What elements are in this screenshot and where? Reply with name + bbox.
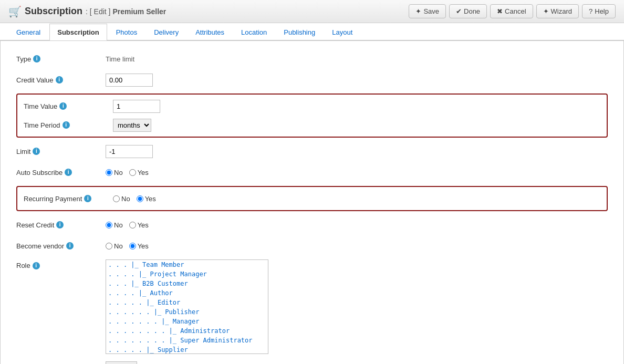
- auto-subscribe-yes-label[interactable]: Yes: [129, 169, 149, 176]
- role-label: Role i: [16, 262, 106, 269]
- time-period-control: days weeks months years: [113, 119, 151, 132]
- wizard-icon: ✦: [543, 7, 549, 15]
- list-item[interactable]: . . . |_ Team Member: [106, 260, 268, 269]
- save-button[interactable]: ✦ Save: [409, 4, 446, 18]
- time-value-row: Time Value i: [24, 99, 600, 113]
- time-period-row: Time Period i days weeks months years: [24, 118, 600, 132]
- tab-general[interactable]: General: [8, 24, 48, 40]
- limit-input[interactable]: [106, 145, 153, 158]
- list-item[interactable]: . . . . . . . |_ Manager: [106, 317, 268, 326]
- time-period-label: Time Period i: [24, 121, 113, 129]
- reset-credit-info-icon[interactable]: i: [56, 221, 64, 228]
- reset-credit-no-radio[interactable]: [106, 222, 112, 228]
- recurring-payment-row: Recurring Payment i No Yes: [24, 191, 600, 206]
- recurring-payment-control: No Yes: [113, 195, 156, 203]
- reset-credit-yes-label[interactable]: Yes: [129, 221, 149, 229]
- cancel-icon: ✖: [497, 7, 503, 15]
- credit-value-info-icon[interactable]: i: [56, 76, 63, 84]
- tab-publishing[interactable]: Publishing: [276, 24, 323, 40]
- reset-credit-label: Reset Credit i: [16, 221, 106, 229]
- become-vendor-info-icon[interactable]: i: [66, 242, 74, 249]
- auto-subscribe-control: No Yes: [106, 169, 149, 176]
- cart-icon: 🛒: [8, 5, 22, 18]
- reset-credit-yes-radio[interactable]: [129, 222, 136, 228]
- role-control: . . . |_ Team Member . . . . |_ Project …: [106, 259, 268, 354]
- help-icon: ?: [589, 7, 592, 15]
- option-select[interactable]: None: [106, 361, 137, 365]
- become-vendor-label: Become vendor i: [16, 242, 106, 250]
- reset-credit-row: Reset Credit i No Yes: [16, 217, 608, 232]
- header-buttons: ✦ Save ✔ Done ✖ Cancel ✦ Wizard ? Help: [409, 4, 616, 18]
- become-vendor-row: Become vendor i No Yes: [16, 238, 608, 253]
- list-item[interactable]: . . . . . . |_ Publisher: [106, 307, 268, 317]
- help-button[interactable]: ? Help: [582, 4, 616, 18]
- cancel-button[interactable]: ✖ Cancel: [490, 4, 533, 18]
- type-time-row: Type i Time limit: [16, 51, 608, 66]
- recurring-no-radio[interactable]: [113, 195, 120, 202]
- limit-control: [106, 145, 153, 158]
- become-vendor-no-label[interactable]: No: [106, 242, 123, 250]
- option-control: None: [106, 361, 137, 365]
- list-item[interactable]: . . . . . |_ Supplier: [106, 345, 268, 354]
- limit-row: Limit i: [16, 144, 608, 159]
- become-vendor-yes-label[interactable]: Yes: [129, 242, 149, 250]
- page-header: 🛒 Subscription : [ Edit ] Premium Seller…: [0, 0, 624, 23]
- recurring-yes-label[interactable]: Yes: [137, 195, 156, 203]
- list-item[interactable]: . . . . |_ Project Manager: [106, 269, 268, 279]
- done-icon: ✔: [456, 7, 462, 15]
- main-content: Type i Time limit Credit Value i Time Va…: [0, 40, 624, 364]
- time-value-label: Time Value i: [24, 102, 113, 110]
- credit-value-label: Credit Value i: [16, 76, 106, 84]
- reset-credit-no-label[interactable]: No: [106, 221, 123, 229]
- tab-photos[interactable]: Photos: [108, 24, 145, 40]
- recurring-payment-label: Recurring Payment i: [24, 195, 113, 203]
- role-listbox[interactable]: . . . |_ Team Member . . . . |_ Project …: [106, 259, 268, 354]
- list-item[interactable]: . . . . . . . . |_ Administrator: [106, 326, 268, 336]
- auto-subscribe-no-label[interactable]: No: [106, 169, 123, 176]
- tab-location[interactable]: Location: [233, 24, 275, 40]
- credit-value-control: [106, 74, 153, 87]
- tabs-bar: General Subscription Photos Delivery Att…: [0, 23, 624, 40]
- limit-info-icon[interactable]: i: [33, 148, 40, 155]
- type-label: Type i: [16, 55, 106, 63]
- edit-label: : [ Edit ] Premium Seller: [86, 7, 166, 16]
- time-limit-label: Time limit: [106, 55, 134, 63]
- auto-subscribe-label: Auto Subscribe i: [16, 169, 106, 176]
- auto-subscribe-yes-radio[interactable]: [129, 169, 136, 176]
- recurring-yes-radio[interactable]: [137, 195, 143, 202]
- become-vendor-no-radio[interactable]: [106, 243, 112, 249]
- page-title: 🛒 Subscription : [ Edit ] Premium Seller: [8, 5, 166, 18]
- recurring-no-label[interactable]: No: [113, 195, 130, 203]
- wizard-button[interactable]: ✦ Wizard: [536, 4, 579, 18]
- title-text: Subscription: [25, 6, 82, 17]
- tab-subscription[interactable]: Subscription: [49, 24, 107, 40]
- list-item[interactable]: . . . |_ B2B Customer: [106, 279, 268, 288]
- recurring-payment-info-icon[interactable]: i: [84, 195, 91, 202]
- list-item[interactable]: . . . . . . . . |_ Super Administrator: [106, 336, 268, 345]
- become-vendor-yes-radio[interactable]: [129, 243, 136, 249]
- auto-subscribe-no-radio[interactable]: [106, 169, 112, 176]
- save-icon: ✦: [415, 7, 421, 15]
- credit-value-row: Credit Value i: [16, 72, 608, 87]
- type-info-icon[interactable]: i: [33, 55, 40, 63]
- list-item[interactable]: . . . . |_ Author: [106, 288, 268, 298]
- auto-subscribe-info-icon[interactable]: i: [65, 169, 72, 176]
- time-value-input[interactable]: [113, 100, 160, 113]
- tab-layout[interactable]: Layout: [324, 24, 360, 40]
- limit-label: Limit i: [16, 148, 106, 155]
- time-period-select[interactable]: days weeks months years: [113, 119, 151, 132]
- role-info-icon[interactable]: i: [33, 262, 40, 269]
- time-value-info-icon[interactable]: i: [59, 102, 67, 110]
- tab-attributes[interactable]: Attributes: [188, 24, 232, 40]
- list-item[interactable]: . . . . . |_ Editor: [106, 298, 268, 307]
- reset-credit-control: No Yes: [106, 221, 149, 229]
- tab-delivery[interactable]: Delivery: [146, 24, 186, 40]
- role-row: Role i . . . |_ Team Member . . . . |_ P…: [16, 259, 608, 354]
- credit-value-input[interactable]: [106, 74, 153, 87]
- time-box: Time Value i Time Period i days weeks mo…: [16, 93, 608, 138]
- become-vendor-control: No Yes: [106, 242, 149, 250]
- time-period-info-icon[interactable]: i: [63, 121, 70, 129]
- option-row: Option i None: [16, 360, 608, 364]
- done-button[interactable]: ✔ Done: [449, 4, 487, 18]
- recurring-box: Recurring Payment i No Yes: [16, 186, 608, 211]
